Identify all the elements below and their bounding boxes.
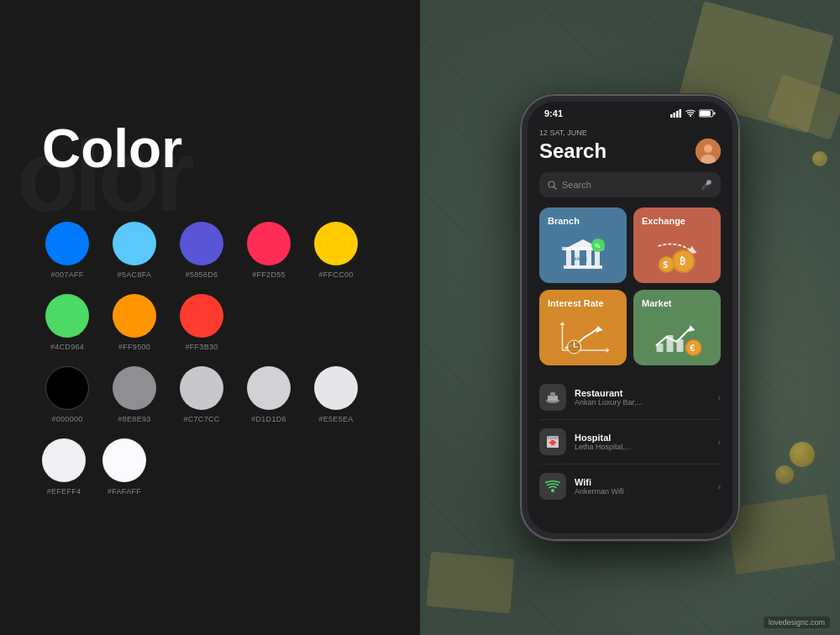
left-panel: olor Color #007AFF #5AC8FA #5856D6 #FF2D… xyxy=(0,0,420,635)
color-label-green: #4CD964 xyxy=(50,343,84,351)
svg-rect-3 xyxy=(680,109,682,118)
coin-2 xyxy=(775,465,794,484)
svg-marker-33 xyxy=(596,326,603,333)
color-swatch-dark-gray[interactable] xyxy=(113,366,156,410)
restaurant-svg xyxy=(544,389,561,406)
restaurant-text: Restaurant Ankan Luxury Bar,... xyxy=(575,388,710,407)
branch-card[interactable]: Branch xyxy=(539,207,627,283)
color-swatch-pink[interactable] xyxy=(247,222,291,265)
color-item-black: #000000 xyxy=(42,366,92,423)
list-items: Restaurant Ankan Luxury Bar,... › xyxy=(539,375,721,508)
color-item-lighter-gray: #EFEFF4 xyxy=(42,438,86,496)
color-swatch-blue[interactable] xyxy=(45,222,89,265)
app-content: 12 SAT, JUNE Search xyxy=(528,129,732,508)
color-swatch-purple[interactable] xyxy=(180,222,223,265)
color-swatch-light-gray1[interactable] xyxy=(247,366,291,410)
color-label-pink: #FF2D55 xyxy=(252,270,286,279)
color-label-black: #000000 xyxy=(51,415,82,423)
color-swatch-light-gray2[interactable] xyxy=(314,366,358,410)
color-label-orange: #FF9500 xyxy=(118,343,150,351)
bank-icon: BANK % xyxy=(558,237,608,275)
market-card[interactable]: Market xyxy=(633,290,721,365)
color-item-white: #FAFAFF xyxy=(102,438,146,496)
signal-icon xyxy=(670,109,682,118)
list-item-hospital[interactable]: Hospital Letha Hospital,... › xyxy=(539,420,721,464)
exchange-card[interactable]: Exchange ₿ xyxy=(633,207,721,283)
market-label: Market xyxy=(642,298,712,308)
svg-text:BANK: BANK xyxy=(573,256,588,261)
hospital-icon xyxy=(539,428,566,455)
exchange-label: Exchange xyxy=(642,216,712,226)
wifi-text: Wifi Ankerman Wifi xyxy=(575,477,710,496)
search-icon xyxy=(548,181,557,190)
interest-card[interactable]: Interest Rate xyxy=(539,290,627,365)
color-swatch-green[interactable] xyxy=(45,294,89,338)
color-swatch-black[interactable] xyxy=(45,366,89,410)
color-item-blue: #007AFF xyxy=(42,222,92,279)
svg-text:€: € xyxy=(690,344,696,353)
status-time: 9:41 xyxy=(544,108,563,118)
app-header: Search xyxy=(539,139,721,164)
svg-rect-46 xyxy=(550,392,555,396)
money-decoration-3 xyxy=(426,552,514,613)
right-panel: 9:41 xyxy=(420,0,840,635)
svg-rect-0 xyxy=(670,114,673,118)
svg-text:₿: ₿ xyxy=(680,255,685,267)
branch-label: Branch xyxy=(548,216,618,226)
search-bar[interactable]: Search 🎤 xyxy=(539,172,721,197)
color-row-extra: #EFEFF4 #FAFAFF xyxy=(42,438,378,496)
svg-rect-17 xyxy=(564,265,602,269)
svg-point-10 xyxy=(549,181,554,187)
color-label-blue: #007AFF xyxy=(50,270,83,279)
hospital-chevron: › xyxy=(718,438,721,447)
restaurant-sub: Ankan Luxury Bar,... xyxy=(575,398,710,407)
list-item-wifi[interactable]: Wifi Ankerman Wifi › xyxy=(539,464,721,508)
color-swatch-yellow[interactable] xyxy=(314,222,358,265)
color-swatch-mid-gray[interactable] xyxy=(180,366,223,410)
app-date: 12 SAT, JUNE xyxy=(539,129,721,137)
color-item-light-gray1: #D1D1D6 xyxy=(244,366,294,423)
avatar xyxy=(696,139,721,164)
hospital-text: Hospital Letha Hospital,... xyxy=(575,433,710,451)
color-item-purple: #5856D6 xyxy=(176,222,227,279)
svg-line-11 xyxy=(554,186,557,189)
svg-rect-50 xyxy=(549,442,556,443)
list-item-restaurant[interactable]: Restaurant Ankan Luxury Bar,... › xyxy=(539,375,721,420)
color-item-light-gray2: #E5E5EA xyxy=(311,366,361,423)
svg-text:%: % xyxy=(595,243,601,249)
svg-rect-16 xyxy=(595,250,600,265)
coin-1 xyxy=(790,442,815,467)
coin-3 xyxy=(812,151,827,166)
color-label-light-gray2: #E5E5EA xyxy=(318,415,353,423)
hospital-name: Hospital xyxy=(575,433,710,443)
svg-point-51 xyxy=(551,489,554,492)
hospital-svg xyxy=(544,433,561,450)
wifi-icon xyxy=(685,109,696,118)
money-decoration-2 xyxy=(727,494,836,575)
color-item-yellow: #FFCC00 xyxy=(311,222,361,279)
phone-mockup: 9:41 xyxy=(521,95,739,540)
svg-rect-2 xyxy=(676,111,679,118)
exchange-icon: ₿ $ xyxy=(650,236,705,276)
color-label-mid-gray: #C7C7CC xyxy=(183,415,219,423)
color-swatch-lighter-gray[interactable] xyxy=(42,438,86,482)
svg-rect-5 xyxy=(714,113,716,115)
phone-notch xyxy=(588,102,672,122)
app-search-title: Search xyxy=(539,139,606,163)
interest-icon xyxy=(556,318,611,359)
color-item-mid-gray: #C7C7CC xyxy=(176,366,227,423)
color-item-red: #FF3B30 xyxy=(176,294,227,351)
status-icons xyxy=(670,109,716,118)
color-grid: #007AFF #5AC8FA #5856D6 #FF2D55 #FFCC00 … xyxy=(42,222,378,423)
color-swatch-orange[interactable] xyxy=(113,294,156,338)
color-swatch-light-blue[interactable] xyxy=(113,222,156,265)
svg-text:$: $ xyxy=(664,260,669,270)
interest-label: Interest Rate xyxy=(548,298,618,308)
wifi-list-svg xyxy=(544,478,561,495)
color-label-yellow: #FFCC00 xyxy=(318,270,353,279)
color-swatch-white[interactable] xyxy=(102,438,146,482)
color-label-purple: #5856D6 xyxy=(186,270,218,279)
svg-point-8 xyxy=(704,144,712,153)
color-swatch-red[interactable] xyxy=(180,294,223,338)
svg-rect-1 xyxy=(674,113,676,118)
